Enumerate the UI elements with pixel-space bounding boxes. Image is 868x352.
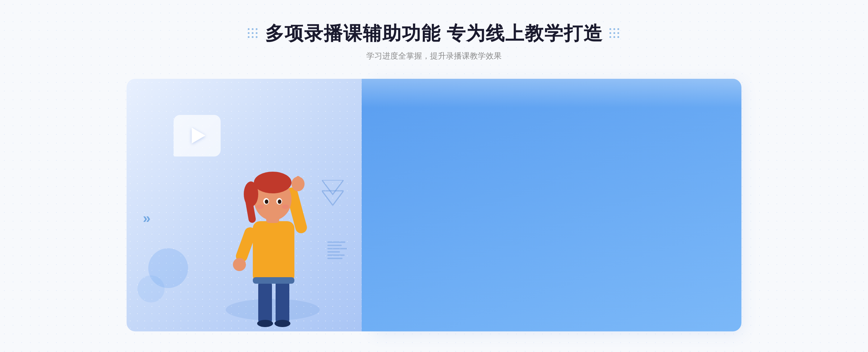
- right-decorative-dots: [609, 28, 620, 39]
- svg-rect-2: [276, 277, 289, 324]
- decorative-circle-small: [137, 275, 165, 302]
- svg-point-18: [282, 205, 289, 209]
- svg-point-17: [256, 205, 264, 209]
- svg-marker-23: [322, 180, 344, 194]
- illustration-card: »: [127, 79, 373, 331]
- svg-rect-22: [253, 277, 294, 284]
- svg-rect-20: [296, 176, 300, 187]
- page-subtitle: 学习进度全掌握，提升录播课教学效果: [248, 51, 620, 61]
- play-icon: [192, 128, 205, 143]
- svg-point-21: [233, 258, 246, 271]
- decorative-arrows: [322, 180, 344, 209]
- header-title-row: 多项录播课辅助功能 专为线上教学打造: [248, 21, 620, 46]
- header-section: 多项录播课辅助功能 专为线上教学打造 学习进度全掌握，提升录播课教学效果: [248, 21, 620, 61]
- person-illustration: [215, 143, 331, 331]
- svg-point-4: [275, 320, 290, 327]
- content-wrapper: »: [127, 79, 741, 331]
- svg-marker-24: [322, 191, 344, 205]
- page-title: 多项录播课辅助功能 专为线上教学打造: [265, 21, 603, 46]
- svg-rect-1: [258, 281, 272, 324]
- svg-point-15: [265, 199, 268, 204]
- blue-background-card: [362, 79, 741, 331]
- blue-shimmer: [362, 79, 741, 108]
- svg-point-16: [278, 199, 281, 204]
- left-arrow-decoration: »: [143, 211, 150, 226]
- page-container: 多项录播课辅助功能 专为线上教学打造 学习进度全掌握，提升录播课教学效果 »: [0, 0, 868, 352]
- svg-rect-5: [253, 221, 294, 283]
- play-bubble: [174, 115, 221, 156]
- svg-point-3: [257, 320, 273, 327]
- svg-point-10: [254, 172, 292, 193]
- svg-point-0: [226, 299, 320, 321]
- left-decorative-dots: [248, 28, 259, 39]
